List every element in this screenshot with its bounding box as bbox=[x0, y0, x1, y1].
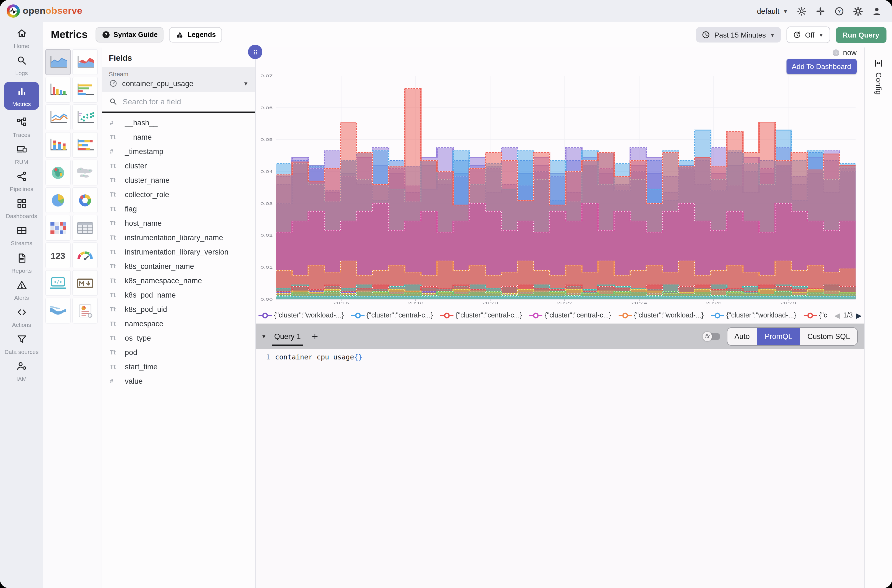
sidebar-item-dashboards[interactable]: Dashboards bbox=[0, 198, 43, 219]
field-search-input[interactable]: Search for a field bbox=[102, 92, 255, 112]
sidebar-item-streams[interactable]: Streams bbox=[0, 225, 43, 246]
query-mode-auto[interactable]: Auto bbox=[727, 328, 757, 345]
chart-type-h-bar-tile[interactable] bbox=[72, 77, 98, 103]
field-name: pod bbox=[125, 348, 137, 356]
field-item-host_name[interactable]: Tthost_name bbox=[102, 216, 255, 230]
legend-item[interactable]: {"c bbox=[803, 311, 827, 319]
openobserve-logo[interactable]: openobserve bbox=[7, 4, 82, 18]
field-item-__name__[interactable]: Tt__name__ bbox=[102, 130, 255, 144]
chart-type-area-stacked-tile[interactable] bbox=[72, 49, 98, 75]
query-mode-custom-sql[interactable]: Custom SQL bbox=[799, 328, 857, 345]
chart-type-table-tile[interactable] bbox=[72, 215, 98, 241]
chart-type-pie-tile[interactable] bbox=[45, 187, 71, 213]
chart-type-geomap-tile[interactable] bbox=[45, 159, 71, 186]
chart-type-scatter-tile[interactable] bbox=[72, 104, 98, 130]
svg-text:0.05: 0.05 bbox=[260, 138, 273, 142]
legend-item[interactable]: {"cluster":"central-c...} bbox=[529, 311, 611, 319]
sidebar-item-reports[interactable]: Reports bbox=[0, 252, 43, 274]
timeseries-chart[interactable]: 0.000.010.020.030.040.050.060.0720:1620:… bbox=[256, 72, 864, 307]
text-field-icon: Tt bbox=[110, 334, 120, 341]
add-query-button[interactable]: + bbox=[312, 331, 318, 342]
help-icon[interactable]: ? bbox=[834, 6, 844, 16]
syntax-guide-button[interactable]: ? Syntax Guide bbox=[95, 27, 164, 42]
chart-type-bar-tile[interactable] bbox=[45, 77, 71, 103]
legend-item[interactable]: {"cluster":"workload-...} bbox=[618, 311, 704, 319]
field-name: start_time bbox=[125, 363, 158, 371]
config-tab[interactable]: Config bbox=[874, 72, 883, 95]
field-item-k8s_container_name[interactable]: Ttk8s_container_name bbox=[102, 259, 255, 273]
chart-type-heatmap-tile[interactable] bbox=[45, 215, 71, 241]
field-item-cluster[interactable]: Ttcluster bbox=[102, 159, 255, 173]
sidebar-item-data-sources[interactable]: Data sources bbox=[0, 333, 43, 355]
chart-legend: {"cluster":"workload-...}{"cluster":"cen… bbox=[256, 307, 864, 324]
field-item-k8s_pod_uid[interactable]: Ttk8s_pod_uid bbox=[102, 302, 255, 316]
legend-item[interactable]: {"cluster":"workload-...} bbox=[258, 311, 344, 319]
chart-type-metric-text-tile[interactable]: 123 bbox=[45, 242, 71, 268]
chart-type-stacked-tile[interactable] bbox=[45, 132, 71, 158]
field-item-instrumentation_library_name[interactable]: Ttinstrumentation_library_name bbox=[102, 230, 255, 244]
field-item-namespace[interactable]: Ttnamespace bbox=[102, 316, 255, 331]
field-item-os_type[interactable]: Ttos_type bbox=[102, 331, 255, 345]
field-item-value[interactable]: #value bbox=[102, 374, 255, 388]
chart-type-html-tile[interactable]: </> bbox=[45, 270, 71, 296]
light-theme-icon[interactable] bbox=[796, 6, 807, 16]
query-mode-promql[interactable]: PromQL bbox=[757, 328, 800, 345]
sidebar-item-home[interactable]: Home bbox=[0, 28, 43, 49]
add-to-dashboard-button[interactable]: Add To Dashboard bbox=[786, 59, 857, 74]
field-item-instrumentation_library_version[interactable]: Ttinstrumentation_library_version bbox=[102, 244, 255, 259]
text-field-icon: Tt bbox=[110, 320, 120, 327]
chart-type-area-tile[interactable] bbox=[45, 49, 71, 75]
legend-item[interactable]: {"cluster":"central-c...} bbox=[351, 311, 433, 319]
collapse-query-icon[interactable]: ▾ bbox=[262, 333, 266, 340]
sidebar-item-traces[interactable]: Traces bbox=[0, 117, 43, 138]
sidebar-item-rum[interactable]: RUM bbox=[0, 144, 43, 165]
legend-prev-icon[interactable]: ◀ bbox=[834, 311, 840, 320]
sidebar-item-logs[interactable]: Logs bbox=[0, 55, 43, 76]
sidebar-item-actions[interactable]: Actions bbox=[0, 306, 43, 328]
sidebar-item-iam[interactable]: IAM bbox=[0, 360, 43, 382]
slack-icon[interactable] bbox=[815, 6, 826, 16]
user-icon[interactable] bbox=[872, 6, 882, 16]
auto-refresh-select[interactable]: Off ▼ bbox=[786, 27, 830, 43]
chart-type-sankey-tile[interactable] bbox=[45, 298, 71, 324]
legend-item[interactable]: {"cluster":"central-c...} bbox=[440, 311, 522, 319]
organization-select[interactable]: default ▼ bbox=[757, 7, 788, 15]
text-field-icon: Tt bbox=[110, 306, 120, 312]
legend-item[interactable]: {"cluster":"workload-...} bbox=[711, 311, 796, 319]
settings-icon[interactable] bbox=[853, 6, 863, 16]
clock-icon bbox=[702, 30, 710, 39]
chart-type-gauge-tile[interactable] bbox=[72, 242, 98, 268]
field-item-cluster_name[interactable]: Ttcluster_name bbox=[102, 173, 255, 187]
text-field-icon: Tt bbox=[110, 191, 120, 198]
query-editor[interactable]: 1 container_cpu_usage{} bbox=[256, 349, 864, 588]
field-item-k8s_namespace_name[interactable]: Ttk8s_namespace_name bbox=[102, 273, 255, 288]
svg-text:0.04: 0.04 bbox=[260, 170, 273, 174]
sidebar-item-pipelines[interactable]: Pipelines bbox=[0, 171, 43, 192]
chart-type-maps-tile[interactable] bbox=[72, 159, 98, 186]
field-item-collector_role[interactable]: Ttcollector_role bbox=[102, 187, 255, 201]
field-item-_timestamp[interactable]: #_timestamp bbox=[102, 144, 255, 159]
chart-type-custom-chart-tile[interactable] bbox=[72, 298, 98, 324]
text-field-icon: Tt bbox=[110, 162, 120, 169]
chart-type-donut-tile[interactable] bbox=[72, 187, 98, 213]
query-tab[interactable]: Query 1 bbox=[273, 325, 302, 348]
function-toggle[interactable]: fx bbox=[702, 332, 720, 341]
chart-type-h-stacked-tile[interactable] bbox=[72, 132, 98, 158]
legend-next-icon[interactable]: ▶ bbox=[856, 311, 862, 320]
field-item-k8s_pod_name[interactable]: Ttk8s_pod_name bbox=[102, 288, 255, 302]
field-item-__hash__[interactable]: #__hash__ bbox=[102, 116, 255, 130]
legends-button[interactable]: Legends bbox=[169, 27, 222, 42]
field-item-start_time[interactable]: Ttstart_time bbox=[102, 359, 255, 374]
chart-type-markdown-tile[interactable] bbox=[72, 270, 98, 296]
sidebar-item-metrics[interactable]: Metrics bbox=[4, 82, 39, 110]
chart-type-line-tile[interactable] bbox=[45, 104, 71, 130]
time-range-select[interactable]: Past 15 Minutes ▼ bbox=[696, 27, 781, 42]
number-field-icon: # bbox=[110, 148, 120, 154]
run-query-button[interactable]: Run Query bbox=[835, 27, 886, 43]
sidebar-item-alerts[interactable]: Alerts bbox=[0, 279, 43, 301]
drag-handle-icon[interactable] bbox=[248, 45, 262, 59]
dashboards-icon bbox=[16, 198, 27, 212]
field-item-flag[interactable]: Ttflag bbox=[102, 201, 255, 216]
stream-select[interactable]: Stream container_cpu_usage ▼ bbox=[102, 68, 255, 92]
field-item-pod[interactable]: Ttpod bbox=[102, 345, 255, 359]
